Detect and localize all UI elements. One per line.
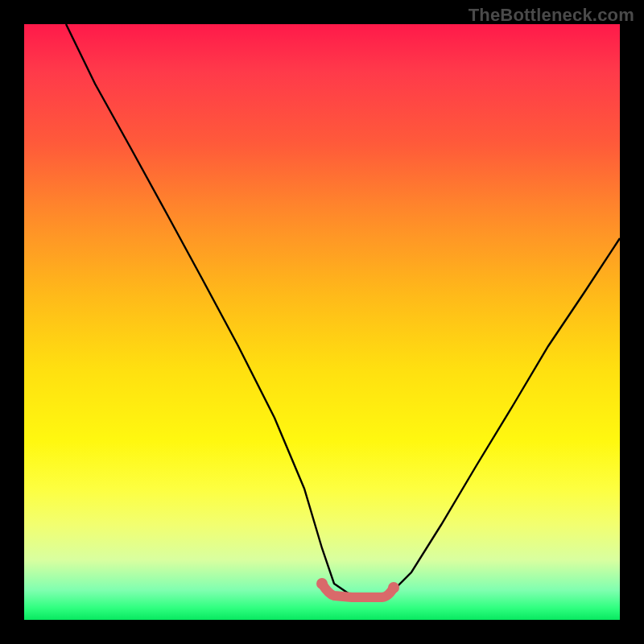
bottleneck-curve-path xyxy=(66,24,620,596)
trough-dot-right xyxy=(388,582,399,593)
plot-area xyxy=(24,24,620,620)
trough-dot-left xyxy=(316,578,328,589)
chart-frame: TheBottleneck.com xyxy=(0,0,644,644)
watermark: TheBottleneck.com xyxy=(469,5,634,26)
trough-highlight-path xyxy=(322,584,394,597)
bottleneck-curve-svg xyxy=(24,24,620,620)
